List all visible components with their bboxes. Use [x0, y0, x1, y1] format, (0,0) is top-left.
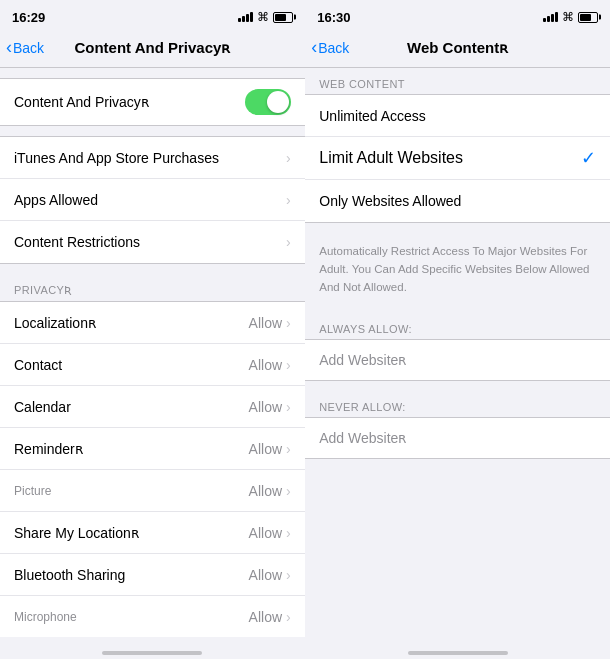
- content-privacy-toggle[interactable]: [245, 89, 291, 115]
- home-bar-left: [102, 651, 202, 655]
- privacy-item-share-location[interactable]: Share My Locationʀ Allow ›: [0, 512, 305, 554]
- back-chevron-icon-right: ‹: [311, 37, 317, 58]
- privacy-item-microphone[interactable]: Microphone Allow ›: [0, 596, 305, 637]
- panel2-scroll: WEB CONTENT Unlimited Access Limit Adult…: [305, 68, 610, 637]
- list-item-itunes[interactable]: iTunes And App Store Purchases ›: [0, 137, 305, 179]
- privacy-item-calendar[interactable]: Calendar Allow ›: [0, 386, 305, 428]
- toggle-label: Content And Privacyʀ: [14, 94, 245, 110]
- privacy-item-localization[interactable]: Localizationʀ Allow ›: [0, 302, 305, 344]
- chevron-icon-bluetooth: ›: [286, 567, 291, 583]
- always-allow-add-label: Add Websiteʀ: [319, 352, 406, 368]
- microphone-label: Microphone: [14, 610, 249, 624]
- only-websites-label: Only Websites Allowed: [319, 193, 461, 209]
- list-item-apps-allowed[interactable]: Apps Allowed ›: [0, 179, 305, 221]
- back-button-left[interactable]: ‹ Back: [6, 37, 44, 58]
- privacy-section-header: PRIVACYʀ: [0, 274, 305, 301]
- calendar-label: Calendar: [14, 399, 249, 415]
- info-text: Automatically Restrict Access To Major W…: [319, 245, 589, 293]
- chevron-icon-share-location: ›: [286, 525, 291, 541]
- bluetooth-value: Allow: [249, 567, 282, 583]
- chevron-icon-reminder: ›: [286, 441, 291, 457]
- always-allow-add-item[interactable]: Add Websiteʀ: [305, 339, 610, 381]
- unlimited-access-label: Unlimited Access: [319, 108, 426, 124]
- status-time-left: 16:29: [12, 10, 45, 25]
- back-label-right: Back: [318, 40, 349, 56]
- privacy-item-picture[interactable]: Picture Allow ›: [0, 470, 305, 512]
- never-allow-section: NEVER ALLOW: Add Websiteʀ: [305, 391, 610, 459]
- localization-value: Allow: [249, 315, 282, 331]
- contact-label: Contact: [14, 357, 249, 373]
- panel1-scroll: Content And Privacyʀ iTunes And App Stor…: [0, 68, 305, 637]
- nav-title-left: Content And Privacyʀ: [74, 39, 230, 57]
- nav-title-right: Web Contentʀ: [407, 39, 508, 57]
- microphone-value: Allow: [249, 609, 282, 625]
- itunes-label: iTunes And App Store Purchases: [14, 150, 286, 166]
- chevron-icon-localization: ›: [286, 315, 291, 331]
- chevron-icon-contact: ›: [286, 357, 291, 373]
- limit-adult-label: Limit Adult Websites: [319, 149, 463, 167]
- toggle-thumb: [267, 91, 289, 113]
- status-icons-left: ⌘: [238, 10, 293, 24]
- privacy-item-contact[interactable]: Contact Allow ›: [0, 344, 305, 386]
- home-indicator-left: [0, 637, 305, 659]
- option-only-websites[interactable]: Only Websites Allowed: [305, 180, 610, 222]
- home-bar-right: [408, 651, 508, 655]
- contact-value: Allow: [249, 357, 282, 373]
- status-bar-right: 16:30 ⌘: [305, 0, 610, 28]
- checkmark-icon: ✓: [581, 147, 596, 169]
- never-allow-add-label: Add Websiteʀ: [319, 430, 406, 446]
- signal-icon: [238, 12, 253, 22]
- privacy-item-reminder[interactable]: Reminderʀ Allow ›: [0, 428, 305, 470]
- bluetooth-label: Bluetooth Sharing: [14, 567, 249, 583]
- web-content-options-group: Unlimited Access Limit Adult Websites ✓ …: [305, 94, 610, 223]
- home-indicator-right: [305, 637, 610, 659]
- localization-label: Localizationʀ: [14, 315, 249, 331]
- nav-bar-right: ‹ Back Web Contentʀ: [305, 28, 610, 68]
- share-location-value: Allow: [249, 525, 282, 541]
- privacy-group: Localizationʀ Allow › Contact Allow › Ca…: [0, 301, 305, 637]
- back-button-right[interactable]: ‹ Back: [311, 37, 349, 58]
- content-restrictions-label: Content Restrictions: [14, 234, 286, 250]
- always-allow-header: ALWAYS ALLOW:: [305, 313, 610, 339]
- main-menu-group: iTunes And App Store Purchases › Apps Al…: [0, 136, 305, 264]
- toggle-group: Content And Privacyʀ: [0, 78, 305, 126]
- list-item-content-restrictions[interactable]: Content Restrictions ›: [0, 221, 305, 263]
- back-chevron-icon: ‹: [6, 37, 12, 58]
- chevron-icon-microphone: ›: [286, 609, 291, 625]
- privacy-item-bluetooth[interactable]: Bluetooth Sharing Allow ›: [0, 554, 305, 596]
- calendar-value: Allow: [249, 399, 282, 415]
- never-allow-add-item[interactable]: Add Websiteʀ: [305, 417, 610, 459]
- apps-allowed-label: Apps Allowed: [14, 192, 286, 208]
- back-label-left: Back: [13, 40, 44, 56]
- battery-icon-right: [578, 12, 598, 23]
- toggle-section: Content And Privacyʀ: [0, 78, 305, 126]
- share-location-label: Share My Locationʀ: [14, 525, 249, 541]
- picture-value: Allow: [249, 483, 282, 499]
- status-time-right: 16:30: [317, 10, 350, 25]
- status-bar-left: 16:29 ⌘: [0, 0, 305, 28]
- wifi-icon-right: ⌘: [562, 10, 574, 24]
- panel-web-content: 16:30 ⌘ ‹ Back Web Contentʀ WEB CONTENT: [305, 0, 610, 659]
- nav-bar-left: ‹ Back Content And Privacyʀ: [0, 28, 305, 68]
- reminder-value: Allow: [249, 441, 282, 457]
- option-unlimited-access[interactable]: Unlimited Access: [305, 95, 610, 137]
- info-box: Automatically Restrict Access To Major W…: [305, 233, 610, 303]
- reminder-label: Reminderʀ: [14, 441, 249, 457]
- chevron-icon-calendar: ›: [286, 399, 291, 415]
- chevron-icon-content: ›: [286, 234, 291, 250]
- never-allow-header: NEVER ALLOW:: [305, 391, 610, 417]
- web-content-header: WEB CONTENT: [305, 68, 610, 94]
- signal-icon-right: [543, 12, 558, 22]
- chevron-icon-apps: ›: [286, 192, 291, 208]
- chevron-icon-itunes: ›: [286, 150, 291, 166]
- picture-label: Picture: [14, 484, 249, 498]
- toggle-item[interactable]: Content And Privacyʀ: [0, 79, 305, 125]
- chevron-icon-picture: ›: [286, 483, 291, 499]
- battery-icon: [273, 12, 293, 23]
- option-limit-adult[interactable]: Limit Adult Websites ✓: [305, 137, 610, 180]
- status-icons-right: ⌘: [543, 10, 598, 24]
- always-allow-section: ALWAYS ALLOW: Add Websiteʀ: [305, 313, 610, 381]
- panel-content-privacy: 16:29 ⌘ ‹ Back Content And Privacyʀ: [0, 0, 305, 659]
- wifi-icon: ⌘: [257, 10, 269, 24]
